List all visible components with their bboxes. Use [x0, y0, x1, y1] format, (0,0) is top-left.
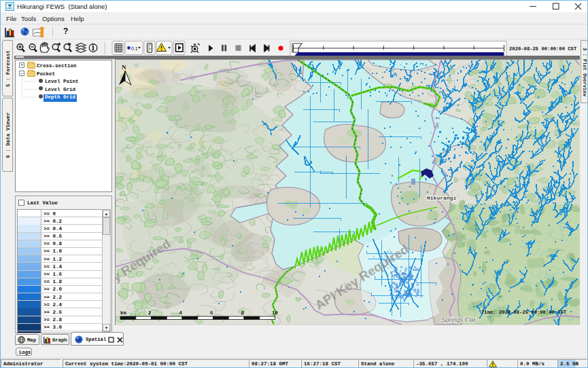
svg-text:SH 1: SH 1: [434, 116, 441, 129]
svg-text:4: 4: [179, 310, 183, 316]
svg-text:8: 8: [241, 310, 245, 316]
svg-text:6: 6: [210, 310, 213, 316]
svg-text:2: 2: [148, 310, 152, 316]
svg-text:N: N: [122, 64, 126, 71]
svg-text:Springs Flat: Springs Flat: [441, 316, 476, 323]
svg-text:km: km: [120, 310, 127, 316]
svg-text:0.1: 0.1: [131, 46, 138, 51]
svg-text:10: 10: [272, 310, 279, 316]
svg-text:Time: 2020-08-25 00:00:00 CST: Time: 2020-08-25 00:00:00 CST: [481, 310, 567, 315]
svg-text:Hikurangi: Hikurangi: [427, 195, 456, 201]
svg-text:2020-08-25 00:00:00 CST: 2020-08-25 00:00:00 CST: [509, 46, 577, 52]
